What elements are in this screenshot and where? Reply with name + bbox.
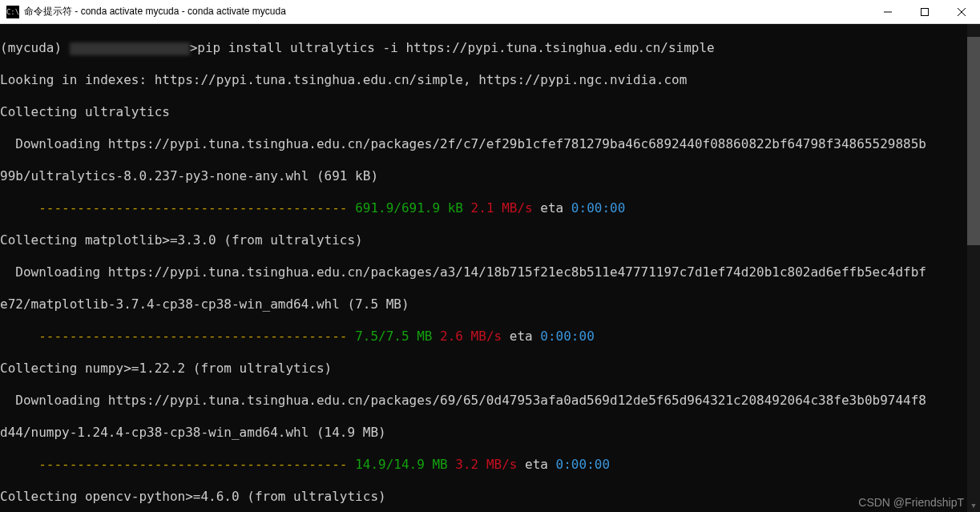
minimize-button[interactable] xyxy=(869,0,906,24)
progress-line: ----------------------------------------… xyxy=(0,200,980,216)
output-line: Downloading https://pypi.tuna.tsinghua.e… xyxy=(0,393,980,409)
scroll-thumb[interactable] xyxy=(967,37,980,245)
output-line: Collecting numpy>=1.22.2 (from ultralyti… xyxy=(0,361,980,377)
vertical-scrollbar[interactable]: ▲ ▼ xyxy=(967,24,980,512)
blurred-path xyxy=(70,42,190,55)
maximize-button[interactable] xyxy=(906,0,943,24)
watermark: CSDN @FriendshipT xyxy=(858,494,964,510)
prompt-env: (mycuda) xyxy=(0,40,70,55)
progress-line: ----------------------------------------… xyxy=(0,457,980,473)
output-line: 99b/ultralytics-8.0.237-py3-none-any.whl… xyxy=(0,168,980,184)
progress-line: ----------------------------------------… xyxy=(0,329,980,345)
window-title: 命令提示符 - conda activate mycuda - conda ac… xyxy=(24,5,869,18)
output-line: Looking in indexes: https://pypi.tuna.ts… xyxy=(0,72,980,88)
output-line: e72/matplotlib-3.7.4-cp38-cp38-win_amd64… xyxy=(0,296,980,312)
output-line: Collecting opencv-python>=4.6.0 (from ul… xyxy=(0,489,980,505)
scroll-down-arrow[interactable]: ▼ xyxy=(967,499,980,512)
output-line: Collecting ultralytics xyxy=(0,104,980,120)
svg-rect-1 xyxy=(922,8,929,15)
window-titlebar: C:\ 命令提示符 - conda activate mycuda - cond… xyxy=(0,0,980,24)
terminal-output[interactable]: (mycuda) >pip install ultralytics -i htt… xyxy=(0,24,980,512)
prompt-command: >pip install ultralytics -i https://pypi… xyxy=(190,40,715,55)
output-line: d44/numpy-1.24.4-cp38-cp38-win_amd64.whl… xyxy=(0,425,980,441)
output-line: Downloading https://pypi.tuna.tsinghua.e… xyxy=(0,264,980,280)
close-button[interactable] xyxy=(943,0,980,24)
output-line: Downloading https://pypi.tuna.tsinghua.e… xyxy=(0,136,980,152)
output-line: Collecting matplotlib>=3.3.0 (from ultra… xyxy=(0,232,980,248)
cmd-icon: C:\ xyxy=(6,6,19,18)
window-controls xyxy=(869,0,980,24)
